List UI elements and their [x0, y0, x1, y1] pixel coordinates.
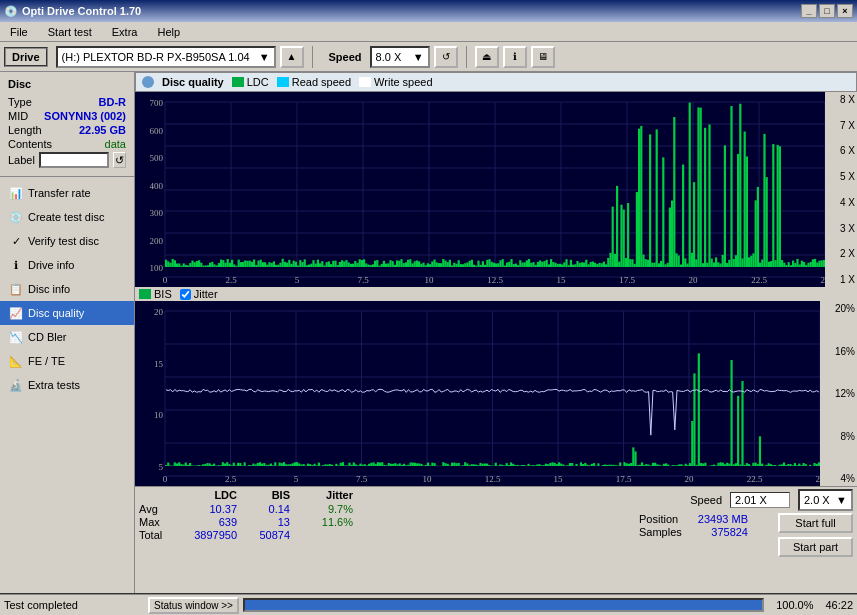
drive-select[interactable]: (H:) PLEXTOR BD-R PX-B950SA 1.04 ▼ [56, 46, 276, 68]
minimize-button[interactable]: _ [801, 4, 817, 18]
screenshot-button[interactable]: 🖥 [531, 46, 555, 68]
sidebar-label-create-test-disc: Create test disc [28, 211, 104, 223]
sidebar-label-cd-bler: CD Bler [28, 331, 67, 343]
sidebar-item-create-test-disc[interactable]: 💿 Create test disc [0, 205, 134, 229]
speed-value: 8.0 X [376, 51, 402, 63]
speed-select-stats[interactable]: 2.0 X ▼ [798, 489, 853, 511]
y-right-4x: 4 X [827, 197, 855, 208]
disc-section-label: Disc [0, 76, 134, 92]
menu-extra[interactable]: Extra [106, 24, 144, 40]
disc-info-panel: Type BD-R MID SONYNN3 (002) Length 22.95… [0, 92, 134, 172]
contents-label: Contents [8, 138, 52, 150]
legend-read-speed: Read speed [277, 76, 351, 88]
toolbar-separator [312, 46, 313, 68]
speed-select-stats-value: 2.0 X [804, 494, 830, 506]
chart-title-bar: Disc quality LDC Read speed Write speed [135, 72, 857, 92]
sidebar-divider1 [0, 176, 134, 177]
position-samples: Position 23493 MB Samples 375824 [639, 513, 748, 538]
label-button[interactable]: ↺ [113, 152, 126, 168]
drive-info-icon: ℹ [8, 257, 24, 273]
ldc-legend-box [232, 77, 244, 87]
sidebar-item-disc-info[interactable]: 📋 Disc info [0, 277, 134, 301]
title-bar: 💿 Opti Drive Control 1.70 _ □ × [0, 0, 857, 22]
y-right-20pct: 20% [822, 303, 855, 314]
refresh-button[interactable]: ↺ [434, 46, 458, 68]
menu-file[interactable]: File [4, 24, 34, 40]
progress-percent: 100.0% [776, 599, 813, 611]
sidebar-label-disc-quality: Disc quality [28, 307, 84, 319]
avg-label: Avg [139, 503, 174, 515]
sidebar-item-transfer-rate[interactable]: 📊 Transfer rate [0, 181, 134, 205]
menu-start-test[interactable]: Start test [42, 24, 98, 40]
status-window-button[interactable]: Status window >> [148, 597, 239, 614]
progress-bar-inner [245, 600, 762, 610]
menu-bar: File Start test Extra Help [0, 22, 857, 42]
drive-select-value: (H:) PLEXTOR BD-R PX-B950SA 1.04 [62, 51, 250, 63]
main-layout: Disc Type BD-R MID SONYNN3 (002) Length … [0, 72, 857, 593]
speed-info-label: Speed [690, 494, 722, 506]
max-jitter: 11.6% [298, 516, 353, 528]
chart-title-icon [142, 76, 154, 88]
legend-ldc: LDC [232, 76, 269, 88]
jitter-checkbox[interactable] [180, 289, 191, 300]
mid-value: SONYNN3 (002) [44, 110, 126, 122]
length-value: 22.95 GB [79, 124, 126, 136]
toolbar-sep2 [466, 46, 467, 68]
top-chart [135, 92, 855, 287]
drive-settings-button[interactable]: ▲ [280, 46, 304, 68]
contents-value: data [105, 138, 126, 150]
stats-left: LDC BIS Jitter Avg 10.37 0.14 9.7% Max 6… [139, 489, 353, 541]
sidebar-item-disc-quality[interactable]: 📈 Disc quality [0, 301, 134, 325]
eject-button[interactable]: ⏏ [475, 46, 499, 68]
stats-bar: LDC BIS Jitter Avg 10.37 0.14 9.7% Max 6… [135, 486, 857, 551]
sidebar-item-cd-bler[interactable]: 📉 CD Bler [0, 325, 134, 349]
create-test-disc-icon: 💿 [8, 209, 24, 225]
length-label: Length [8, 124, 42, 136]
position-label: Position [639, 513, 689, 525]
read-speed-legend-box [277, 77, 289, 87]
app-icon: 💿 [4, 5, 18, 18]
max-bis: 13 [245, 516, 290, 528]
bottom-chart [135, 301, 855, 486]
sidebar-item-verify-test-disc[interactable]: ✓ Verify test disc [0, 229, 134, 253]
total-label: Total [139, 529, 174, 541]
type-label: Type [8, 96, 32, 108]
start-full-button[interactable]: Start full [778, 513, 853, 533]
sidebar-item-fe-te[interactable]: 📐 FE / TE [0, 349, 134, 373]
stats-header-jitter: Jitter [298, 489, 353, 501]
menu-help[interactable]: Help [151, 24, 186, 40]
samples-label: Samples [639, 526, 689, 538]
y-right-16pct: 16% [822, 346, 855, 357]
sidebar-label-drive-info: Drive info [28, 259, 74, 271]
speed-display: 2.01 X [730, 492, 790, 508]
sidebar-label-disc-info: Disc info [28, 283, 70, 295]
verify-test-disc-icon: ✓ [8, 233, 24, 249]
close-button[interactable]: × [837, 4, 853, 18]
maximize-button[interactable]: □ [819, 4, 835, 18]
y-right-3x: 3 X [827, 223, 855, 234]
sidebar-item-extra-tests[interactable]: 🔬 Extra tests [0, 373, 134, 397]
stats-right: Speed 2.01 X 2.0 X ▼ Position 23493 MB [639, 489, 853, 557]
y-right-8x: 8 X [827, 94, 855, 105]
info-button[interactable]: ℹ [503, 46, 527, 68]
toolbar: Drive (H:) PLEXTOR BD-R PX-B950SA 1.04 ▼… [0, 42, 857, 72]
y-right-5x: 5 X [827, 171, 855, 182]
sidebar-item-drive-info[interactable]: ℹ Drive info [0, 253, 134, 277]
app-title: Opti Drive Control 1.70 [22, 5, 141, 17]
speed-info-row: Speed 2.01 X 2.0 X ▼ [690, 489, 853, 511]
start-buttons: Start full Start part [778, 513, 853, 557]
y-right-1x: 1 X [827, 274, 855, 285]
label-input[interactable] [39, 152, 109, 168]
max-label: Max [139, 516, 174, 528]
position-value: 23493 MB [693, 513, 748, 525]
status-bar: Test completed Status window >> 100.0% 4… [0, 593, 857, 615]
disc-info-icon: 📋 [8, 281, 24, 297]
avg-ldc: 10.37 [182, 503, 237, 515]
label-key: Label [8, 154, 35, 166]
extra-tests-icon: 🔬 [8, 377, 24, 393]
sidebar-label-extra-tests: Extra tests [28, 379, 80, 391]
start-part-button[interactable]: Start part [778, 537, 853, 557]
y-right-4pct: 4% [822, 473, 855, 484]
speed-select[interactable]: 8.0 X ▼ [370, 46, 430, 68]
legend-bis: BIS [139, 288, 172, 300]
